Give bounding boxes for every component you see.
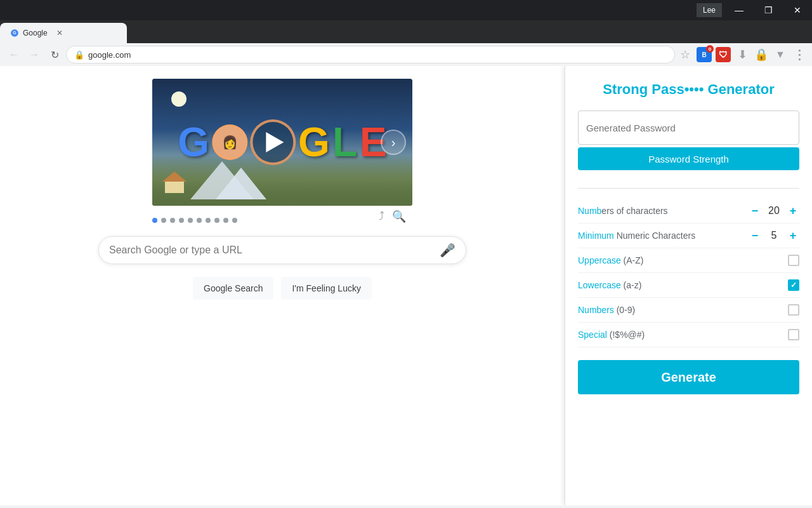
search-buttons: Google Search I'm Feeling Lucky <box>193 277 372 300</box>
search-input[interactable] <box>109 244 440 256</box>
title-strong: Strong Pass <box>603 81 684 97</box>
num-chars-decrement[interactable]: − <box>749 205 761 217</box>
min-numeric-label: Minimum Numeric Characters <box>578 231 749 241</box>
num-chars-row: Numbers of characters − 20 + <box>578 199 799 224</box>
dot-7[interactable] <box>206 218 211 223</box>
active-tab[interactable]: G Google ✕ <box>0 23 127 43</box>
lowercase-row: Lowercase (a-z) <box>578 273 799 298</box>
generated-password-input[interactable] <box>578 110 799 145</box>
numbers-rest: (0-9) <box>614 305 635 315</box>
doodle-dots <box>152 218 237 223</box>
address-bar-area: ← → ↻ 🔒 google.com ☆ B 0 🛡 ⬇ 🔒 ▼ ⋮ <box>0 43 812 66</box>
address-text: google.com <box>88 50 667 60</box>
download-icon[interactable]: ⬇ <box>735 47 750 62</box>
title-suffix: Generator <box>704 81 774 97</box>
min-numeric-highlight: Minimum <box>578 231 614 241</box>
dot-5[interactable] <box>188 218 193 223</box>
search-doodle-icon[interactable]: 🔍 <box>392 210 406 224</box>
titlebar: Lee — ❐ ✕ <box>0 0 812 20</box>
panel-title: Strong Pass•••• Generator <box>578 81 799 98</box>
title-dots: •••• <box>684 81 704 97</box>
num-chars-stepper: − 20 + <box>749 205 799 217</box>
forward-button[interactable]: → <box>25 46 43 64</box>
play-triangle-icon <box>266 132 284 152</box>
lowercase-rest: (a-z) <box>621 280 642 290</box>
lowercase-checkbox[interactable] <box>788 279 799 291</box>
min-numeric-increment[interactable]: + <box>787 230 799 241</box>
num-chars-increment[interactable]: + <box>787 205 799 217</box>
numbers-label: Numbers (0-9) <box>578 305 788 315</box>
search-box[interactable]: 🎤 <box>98 236 466 264</box>
back-button[interactable]: ← <box>5 46 23 64</box>
password-generator-panel: Strong Pass•••• Generator Password Stren… <box>565 66 812 505</box>
shield-icon[interactable]: 🔒 <box>754 47 769 62</box>
special-checkbox[interactable] <box>788 329 799 340</box>
titlebar-user: Lee <box>697 3 722 17</box>
google-page: G 👩 G L E › <box>0 66 565 505</box>
doodle-character: 👩 <box>212 124 247 160</box>
num-chars-rest: ers of characters <box>601 206 667 216</box>
scroll-indicator[interactable]: ▼ <box>773 47 788 62</box>
toolbar-icons: ☆ B 0 🛡 ⬇ 🔒 ▼ ⋮ <box>678 47 807 62</box>
special-rest: (!$%@#) <box>607 330 645 340</box>
uppercase-checkbox[interactable] <box>788 255 799 266</box>
google-doodle: G 👩 G L E › <box>152 79 412 206</box>
uppercase-highlight: Uppercase <box>578 255 621 265</box>
ext-privacy-icon[interactable]: 🛡 <box>716 47 731 62</box>
ext-badge: 0 <box>706 45 714 53</box>
share-icon[interactable]: ⤴ <box>379 210 384 224</box>
num-chars-value: 20 <box>766 205 782 217</box>
lowercase-highlight: Lowercase <box>578 280 621 290</box>
divider <box>578 188 799 189</box>
num-chars-label: Numbers of characters <box>578 206 749 216</box>
doodle-next-arrow[interactable]: › <box>381 130 406 155</box>
dot-1[interactable] <box>152 218 157 223</box>
star-icon[interactable]: ☆ <box>678 47 693 62</box>
special-highlight: Special <box>578 330 607 340</box>
dot-6[interactable] <box>197 218 202 223</box>
min-numeric-stepper: − 5 + <box>749 230 799 241</box>
special-label: Special (!$%@#) <box>578 330 788 340</box>
dot-4[interactable] <box>179 218 184 223</box>
min-numeric-decrement[interactable]: − <box>749 230 761 241</box>
titlebar-buttons: — ❐ ✕ <box>724 0 812 20</box>
uppercase-label: Uppercase (A-Z) <box>578 255 788 265</box>
doodle-moon <box>171 91 187 107</box>
numbers-checkbox[interactable] <box>788 304 799 316</box>
lowercase-label: Lowercase (a-z) <box>578 280 788 290</box>
refresh-button[interactable]: ↻ <box>46 46 63 64</box>
lock-icon: 🔒 <box>74 50 84 60</box>
minimize-button[interactable]: — <box>724 0 754 20</box>
min-numeric-rest: Numeric Characters <box>614 231 695 241</box>
google-search-button[interactable]: Google Search <box>193 277 273 300</box>
doodle-play-button[interactable] <box>250 119 296 165</box>
dot-9[interactable] <box>223 218 228 223</box>
min-numeric-row: Minimum Numeric Characters − 5 + <box>578 224 799 248</box>
dots-row: ⤴ 🔍 <box>152 210 412 224</box>
uppercase-rest: (A-Z) <box>621 255 644 265</box>
maximize-button[interactable]: ❐ <box>754 0 783 20</box>
browser-content: G 👩 G L E › <box>0 66 812 505</box>
menu-icon[interactable]: ⋮ <box>792 47 807 62</box>
mic-icon[interactable]: 🎤 <box>440 243 455 258</box>
doodle-wrapper: G 👩 G L E › <box>152 79 412 224</box>
generate-button[interactable]: Generate <box>578 360 799 394</box>
num-chars-highlight: Numb <box>578 206 601 216</box>
dot-10[interactable] <box>232 218 237 223</box>
dot-3[interactable] <box>170 218 175 223</box>
dot-2[interactable] <box>161 218 166 223</box>
svg-text:G: G <box>13 30 16 35</box>
address-bar[interactable]: 🔒 google.com <box>66 46 675 64</box>
numbers-highlight: Numbers <box>578 305 614 315</box>
close-button[interactable]: ✕ <box>783 0 812 20</box>
dot-8[interactable] <box>214 218 219 223</box>
doodle-letters: G 👩 G L E <box>178 119 386 166</box>
feeling-lucky-button[interactable]: I'm Feeling Lucky <box>281 277 372 300</box>
tab-close-icon[interactable]: ✕ <box>56 29 63 37</box>
ext-bitwarden-icon[interactable]: B 0 <box>697 47 712 62</box>
special-row: Special (!$%@#) <box>578 323 799 347</box>
doodle-bottom-icons: ⤴ 🔍 <box>379 210 406 224</box>
search-container: 🎤 <box>98 236 466 264</box>
min-numeric-value: 5 <box>766 230 782 241</box>
password-strength-button[interactable]: Password Strength <box>578 147 799 170</box>
